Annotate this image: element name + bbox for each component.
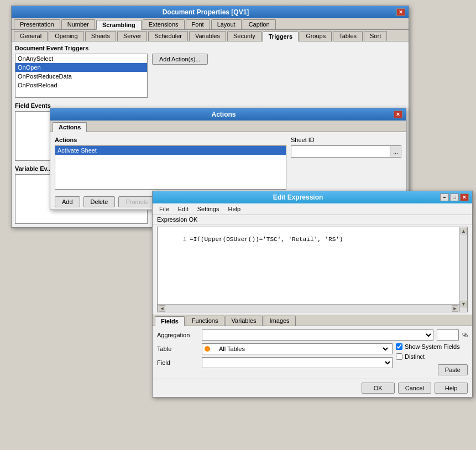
tab-font[interactable]: Font: [186, 19, 210, 29]
tab-fields[interactable]: Fields: [155, 316, 185, 326]
help-button[interactable]: Help: [435, 383, 468, 394]
trigger-item-onopen[interactable]: OnOpen: [15, 63, 147, 72]
actions-titlebar: Actions ✕: [50, 108, 406, 121]
scroll-right-arrow[interactable]: ►: [452, 305, 458, 312]
cancel-button[interactable]: Cancel: [398, 383, 431, 394]
aggregation-select[interactable]: [202, 329, 433, 341]
edit-expr-close-button[interactable]: ✕: [460, 193, 469, 201]
menu-file[interactable]: File: [155, 205, 174, 213]
trigger-item-onanyselect[interactable]: OnAnySelect: [15, 54, 147, 63]
add-button[interactable]: Add: [55, 196, 80, 207]
expr-status-label: Expression OK: [157, 216, 197, 223]
sheet-id-label: Sheet ID: [291, 137, 401, 143]
tab-row-1: Presentation Number Scrambling Extension…: [12, 18, 409, 30]
tab-number[interactable]: Number: [61, 19, 95, 29]
tab-variables[interactable]: Variables: [189, 31, 226, 41]
scroll-down-arrow[interactable]: ▼: [461, 301, 467, 307]
paste-button[interactable]: Paste: [438, 364, 468, 375]
field-row: Field: [157, 357, 393, 368]
table-row: Table All Tables: [157, 343, 393, 354]
actions-close-button[interactable]: ✕: [394, 111, 402, 118]
field-label: Field: [157, 359, 198, 366]
menu-edit[interactable]: Edit: [174, 205, 193, 213]
edit-expr-titlebar-buttons: – □ ✕: [440, 193, 469, 201]
tab-opening[interactable]: Opening: [49, 31, 84, 41]
table-col: Table All Tables Field: [157, 343, 393, 371]
triggers-section-label: Document Event Triggers: [15, 45, 405, 51]
expr-footer: OK Cancel Help: [153, 379, 472, 397]
tab-presentation[interactable]: Presentation: [14, 19, 60, 29]
distinct-row: Distinct: [396, 353, 468, 360]
edit-expr-minimize-button[interactable]: –: [440, 193, 449, 201]
sheet-id-area: Sheet ID ...: [291, 137, 401, 190]
distinct-checkbox[interactable]: [396, 353, 402, 360]
trigger-item-onpostreducedata[interactable]: OnPostReduceData: [15, 72, 147, 81]
trigger-listbox[interactable]: OnAnySelect OnOpen OnPostReduceData OnPo…: [15, 54, 148, 98]
paste-btn-container: Paste: [396, 364, 468, 375]
table-field-row: Table All Tables Field Show System Field…: [157, 343, 468, 375]
edit-expr-maximize-button[interactable]: □: [450, 193, 459, 201]
tab-scheduler[interactable]: Scheduler: [148, 31, 188, 41]
menu-help[interactable]: Help: [223, 205, 245, 213]
doc-props-titlebar: Document Properties [QV1] ✕: [12, 6, 409, 18]
distinct-label: Distinct: [405, 353, 425, 360]
actions-content: Actions Activate Sheet Sheet ID ...: [50, 132, 406, 194]
orange-dot-icon: [205, 346, 210, 352]
sheet-id-input-container: ...: [291, 145, 401, 158]
actions-listbox[interactable]: Activate Sheet: [55, 145, 286, 190]
action-item-activate-sheet[interactable]: Activate Sheet: [55, 146, 286, 155]
line-number: 1: [183, 236, 187, 243]
expr-scrollbar-vertical[interactable]: ▲ ▼: [459, 227, 467, 312]
actions-list-area: Actions Activate Sheet: [55, 137, 286, 190]
tab-extensions[interactable]: Extensions: [143, 19, 185, 29]
actions-list-label: Actions: [55, 137, 286, 143]
scroll-up-arrow[interactable]: ▲: [461, 228, 467, 234]
show-system-fields-checkbox[interactable]: [396, 343, 402, 350]
actions-titlebar-buttons: ✕: [394, 111, 402, 118]
ok-button[interactable]: OK: [362, 383, 395, 394]
titlebar-buttons: ✕: [396, 8, 405, 16]
show-system-fields-row: Show System Fields: [396, 343, 468, 350]
trigger-list-row: OnAnySelect OnOpen OnPostReduceData OnPo…: [15, 54, 405, 98]
expr-editor-area[interactable]: 1=If(Upper(OSUser())='TSC', 'Retail', 'R…: [157, 227, 468, 312]
close-button[interactable]: ✕: [396, 8, 405, 16]
add-actions-button[interactable]: Add Action(s)...: [152, 54, 208, 65]
tab-functions[interactable]: Functions: [186, 316, 224, 326]
sheet-id-field[interactable]: [291, 147, 390, 156]
expr-status: Expression OK: [153, 215, 472, 224]
expr-scrollbar-horizontal[interactable]: ◄ ►: [158, 304, 459, 312]
show-system-fields-label: Show System Fields: [405, 343, 460, 350]
scroll-left-arrow[interactable]: ◄: [159, 305, 165, 312]
table-label: Table: [157, 346, 198, 352]
doc-props-title: Document Properties [QV1]: [15, 8, 396, 16]
menu-settings[interactable]: Settings: [193, 205, 224, 213]
tab-security[interactable]: Security: [227, 31, 261, 41]
tab-actions[interactable]: Actions: [53, 122, 87, 132]
tab-sheets[interactable]: Sheets: [85, 31, 116, 41]
promote-button[interactable]: Promote: [118, 196, 156, 207]
tab-row-2: General Opening Sheets Server Scheduler …: [12, 30, 409, 41]
tab-caption[interactable]: Caption: [243, 19, 276, 29]
checkbox-col: Show System Fields Distinct Paste: [396, 343, 468, 375]
tab-layout[interactable]: Layout: [211, 19, 242, 29]
tab-server[interactable]: Server: [117, 31, 147, 41]
tab-general[interactable]: General: [14, 31, 48, 41]
actions-tab-bar: Actions: [50, 121, 406, 132]
delete-button[interactable]: Delete: [83, 196, 116, 207]
edit-expr-title: Edit Expression: [156, 193, 440, 201]
sheet-id-browse-button[interactable]: ...: [390, 146, 401, 157]
percent-input[interactable]: [437, 329, 459, 341]
tab-sort[interactable]: Sort: [364, 31, 387, 41]
tab-variables[interactable]: Variables: [226, 316, 263, 326]
tab-triggers[interactable]: Triggers: [263, 32, 299, 41]
expr-editor-content[interactable]: 1=If(Upper(OSUser())='TSC', 'Retail', 'R…: [158, 227, 467, 252]
field-select[interactable]: [202, 357, 393, 368]
table-select[interactable]: All Tables: [215, 343, 390, 354]
expr-text[interactable]: =If(Upper(OSUser())='TSC', 'Retail', 'RS…: [190, 236, 343, 243]
trigger-item-onpostreload[interactable]: OnPostReload: [15, 81, 147, 90]
expr-bottom-tabs: Fields Functions Variables Images: [153, 315, 472, 326]
tab-groups[interactable]: Groups: [300, 31, 332, 41]
tab-tables[interactable]: Tables: [333, 31, 363, 41]
tab-images[interactable]: Images: [264, 316, 296, 326]
tab-scrambling[interactable]: Scrambling: [96, 20, 142, 30]
